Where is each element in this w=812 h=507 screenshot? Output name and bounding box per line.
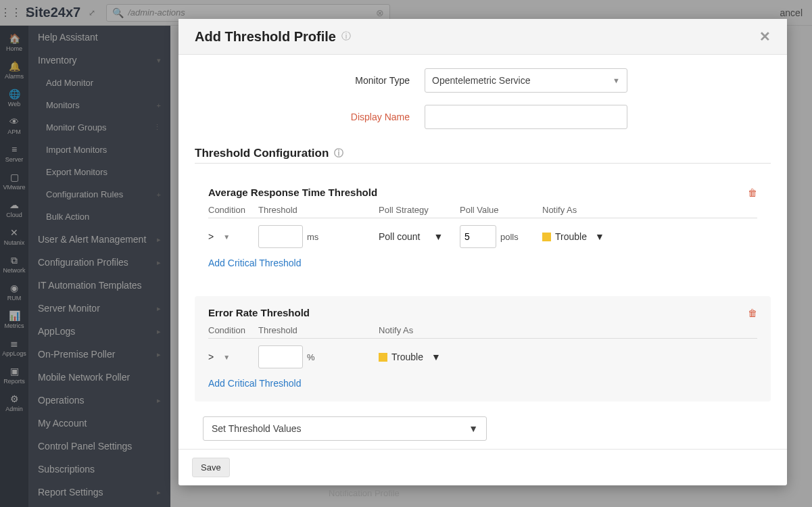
threshold-card-1: Error Rate Threshold🗑ConditionThresholdN… (195, 296, 771, 402)
display-name-input[interactable] (425, 105, 627, 129)
save-button[interactable]: Save (192, 458, 230, 477)
monitor-type-row: Monitor Type Opentelemetric Service ▼ (195, 68, 771, 93)
col-threshold-label: Threshold (258, 205, 379, 215)
set-threshold-values-select[interactable]: Set Threshold Values ▼ (203, 416, 487, 441)
caret-down-icon: ▼ (223, 233, 230, 241)
display-name-label: Display Name (195, 112, 425, 122)
threshold-title: Average Response Time Threshold (208, 187, 377, 198)
threshold-input[interactable] (258, 345, 303, 368)
col-pollstrategy-label: Poll Strategy (379, 205, 460, 215)
threshold-unit: ms (307, 232, 318, 242)
info-icon[interactable]: ⓘ (341, 30, 351, 43)
divider (208, 218, 757, 218)
threshold-card-0: Average Response Time Threshold🗑Conditio… (195, 176, 771, 281)
col-pollvalue-label: Poll Value (460, 205, 542, 215)
trash-icon[interactable]: 🗑 (748, 187, 757, 198)
threshold-input[interactable] (258, 225, 303, 248)
caret-down-icon: ▼ (613, 76, 620, 84)
monitor-type-label: Monitor Type (195, 75, 425, 86)
threshold-header: Error Rate Threshold🗑 (208, 307, 757, 318)
col-notify-label: Notify As (542, 205, 650, 215)
divider (208, 338, 757, 339)
info-icon[interactable]: ⓘ (334, 147, 343, 160)
threshold-modal: Add Threshold Profile ⓘ ✕ Monitor Type O… (178, 19, 787, 485)
threshold-value-row: >▼%Trouble▼ (208, 345, 757, 368)
threshold-unit: % (307, 352, 315, 362)
threshold-title: Error Rate Threshold (208, 307, 310, 318)
modal-header: Add Threshold Profile ⓘ ✕ (178, 19, 787, 55)
status-color-icon (379, 353, 387, 362)
trash-icon[interactable]: 🗑 (748, 308, 757, 318)
close-icon[interactable]: ✕ (759, 28, 771, 45)
set-threshold-values-label: Set Threshold Values (212, 423, 302, 434)
monitor-type-select[interactable]: Opentelemetric Service ▼ (425, 68, 627, 93)
notify-as-select[interactable]: Trouble▼ (379, 352, 487, 362)
caret-down-icon: ▼ (595, 231, 604, 242)
monitor-type-value: Opentelemetric Service (432, 75, 531, 86)
condition-select[interactable]: >▼ (208, 231, 258, 242)
col-condition-label: Condition (208, 205, 258, 215)
threshold-header: Average Response Time Threshold🗑 (208, 187, 757, 198)
col-threshold-label: Threshold (258, 325, 379, 335)
threshold-value-row: >▼msPoll count▼pollsTrouble▼ (208, 225, 757, 248)
condition-select[interactable]: >▼ (208, 352, 258, 362)
col-condition-label: Condition (208, 325, 258, 335)
status-color-icon (542, 233, 551, 241)
caret-down-icon: ▼ (433, 231, 443, 242)
caret-down-icon: ▼ (431, 352, 441, 362)
poll-strategy-select[interactable]: Poll count▼ (379, 231, 460, 242)
modal-body: Monitor Type Opentelemetric Service ▼ Di… (178, 55, 787, 449)
section-title: Threshold Configuration ⓘ (195, 147, 771, 160)
section-divider (195, 163, 771, 164)
poll-value-unit: polls (500, 232, 519, 242)
section-title-text: Threshold Configuration (195, 147, 329, 160)
modal-title: Add Threshold Profile (195, 29, 336, 45)
modal-footer: Save (178, 449, 787, 485)
add-critical-threshold-link[interactable]: Add Critical Threshold (208, 378, 301, 389)
display-name-row: Display Name (195, 105, 771, 129)
col-notify-label: Notify As (379, 325, 487, 335)
threshold-cols-header: ConditionThresholdNotify As (208, 325, 757, 338)
caret-down-icon: ▼ (469, 423, 478, 434)
notify-as-select[interactable]: Trouble▼ (542, 231, 650, 242)
poll-value-input[interactable] (460, 225, 496, 248)
background-text-fragment: Notification Profile (329, 488, 400, 498)
threshold-cols-header: ConditionThresholdPoll StrategyPoll Valu… (208, 205, 757, 218)
add-critical-threshold-link[interactable]: Add Critical Threshold (208, 258, 301, 268)
caret-down-icon: ▼ (223, 354, 230, 361)
